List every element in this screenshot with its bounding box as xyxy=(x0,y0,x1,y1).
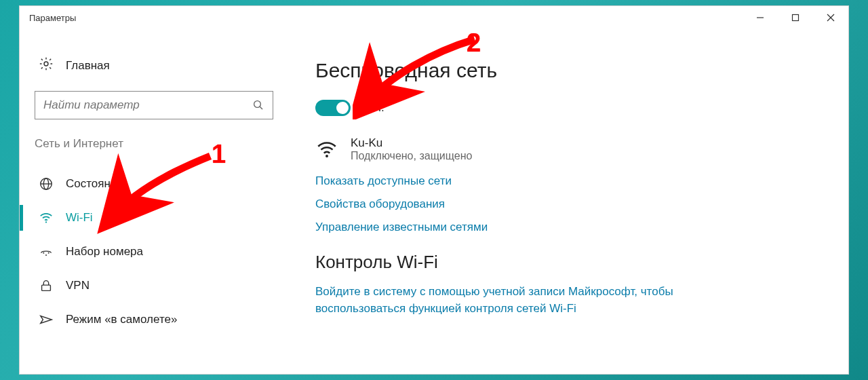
home-link[interactable]: Главная xyxy=(35,56,273,75)
annotation-number-1: 1 xyxy=(212,140,226,169)
wifi-sense-note[interactable]: Войдите в систему с помощью учетной запи… xyxy=(315,284,682,317)
wifi-toggle[interactable] xyxy=(315,100,351,116)
settings-window: Параметры Главная xyxy=(19,5,849,375)
wifi-toggle-label: Вкл. xyxy=(361,101,384,115)
sidebar-item-wifi[interactable]: Wi-Fi xyxy=(35,201,273,235)
sidebar-item-label: Режим «в самолете» xyxy=(66,313,177,326)
sidebar-item-airplane[interactable]: Режим «в самолете» xyxy=(35,303,273,337)
sidebar: Главная Сеть и Интернет xyxy=(20,29,288,374)
svg-rect-1 xyxy=(793,15,799,21)
minimize-button[interactable] xyxy=(743,6,778,29)
globe-icon xyxy=(39,176,54,191)
wifi-toggle-row: Вкл. xyxy=(315,100,821,116)
home-label: Главная xyxy=(66,59,110,73)
close-button[interactable] xyxy=(813,6,848,29)
sidebar-item-status[interactable]: Состояние xyxy=(35,167,273,201)
link-manage-networks[interactable]: Управление известными сетями xyxy=(315,221,821,234)
svg-point-10 xyxy=(45,221,47,223)
sidebar-item-vpn[interactable]: VPN xyxy=(35,269,273,303)
maximize-button[interactable] xyxy=(778,6,813,29)
network-status: Подключено, защищено xyxy=(351,150,472,162)
window-title: Параметры xyxy=(29,13,76,23)
svg-point-4 xyxy=(44,62,48,66)
link-hardware-properties[interactable]: Свойства оборудования xyxy=(315,197,821,211)
airplane-icon xyxy=(39,312,54,327)
window-controls xyxy=(743,6,848,29)
wifi-strength-icon xyxy=(315,138,338,161)
window-body: Главная Сеть и Интернет xyxy=(20,29,848,374)
svg-point-13 xyxy=(45,254,47,256)
current-network[interactable]: Ku-Ku Подключено, защищено xyxy=(315,136,821,162)
sidebar-item-label: Wi-Fi xyxy=(66,211,93,225)
svg-point-15 xyxy=(326,155,328,157)
link-available-networks[interactable]: Показать доступные сети xyxy=(315,174,821,188)
content-pane: Беспроводная сеть Вкл. Ku-Ku Подключено,… xyxy=(288,29,848,374)
section-heading-wifi-sense: Контроль Wi-Fi xyxy=(315,252,821,273)
vpn-icon xyxy=(39,278,54,293)
sidebar-category: Сеть и Интернет xyxy=(35,137,273,151)
sidebar-nav: Состояние Wi-Fi На xyxy=(35,167,273,337)
sidebar-item-dialup[interactable]: Набор номера xyxy=(35,235,273,269)
svg-rect-14 xyxy=(42,285,51,290)
svg-point-5 xyxy=(254,101,261,108)
search-box[interactable] xyxy=(35,91,273,119)
svg-point-11 xyxy=(43,252,44,254)
annotation-number-2: 2 xyxy=(467,28,481,58)
page-title: Беспроводная сеть xyxy=(315,59,821,82)
dialup-icon xyxy=(39,244,54,259)
sidebar-item-label: Набор номера xyxy=(66,245,143,259)
titlebar: Параметры xyxy=(20,6,848,29)
network-name: Ku-Ku xyxy=(351,136,472,150)
svg-line-6 xyxy=(260,107,262,109)
sidebar-item-label: VPN xyxy=(66,279,90,292)
search-icon xyxy=(252,99,264,111)
search-input[interactable] xyxy=(43,98,252,112)
gear-icon xyxy=(39,56,54,75)
wifi-icon xyxy=(39,210,54,225)
sidebar-item-label: Состояние xyxy=(66,177,123,191)
svg-point-12 xyxy=(48,252,50,254)
